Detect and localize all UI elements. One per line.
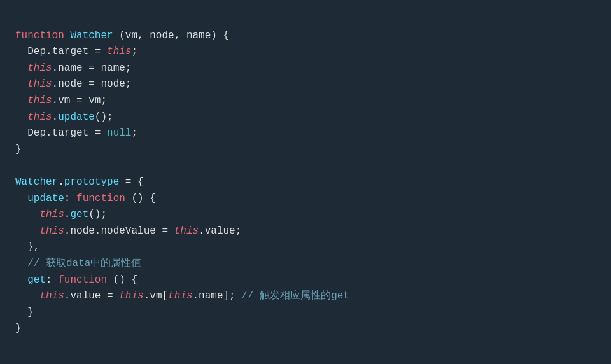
code-block: function Watcher (vm, node, name) { Dep.…: [0, 0, 611, 349]
line-4: this.node = node;: [15, 78, 131, 90]
line-13: this.node.nodeValue = this.value;: [15, 225, 241, 237]
line-12: this.get();: [15, 209, 107, 220]
line-3: this.name = name;: [15, 62, 131, 74]
line-1: function Watcher (vm, node, name) {: [15, 30, 229, 41]
line-10: Watcher.prototype = {: [15, 176, 144, 188]
line-7: Dep.target = null;: [15, 127, 137, 139]
line-6: this.update();: [15, 111, 113, 123]
line-19: }: [15, 323, 22, 334]
line-11: update: function () {: [15, 193, 156, 204]
line-2: Dep.target = this;: [15, 46, 137, 57]
line-17: this.value = this.vm[this.name]; // 触发相应…: [15, 290, 349, 302]
line-5: this.vm = vm;: [15, 95, 107, 106]
line-15: // 获取data中的属性值: [15, 258, 141, 269]
line-16: get: function () {: [15, 274, 137, 286]
line-14: },: [15, 241, 39, 253]
line-8: }: [15, 144, 22, 155]
line-18: }: [15, 307, 34, 318]
